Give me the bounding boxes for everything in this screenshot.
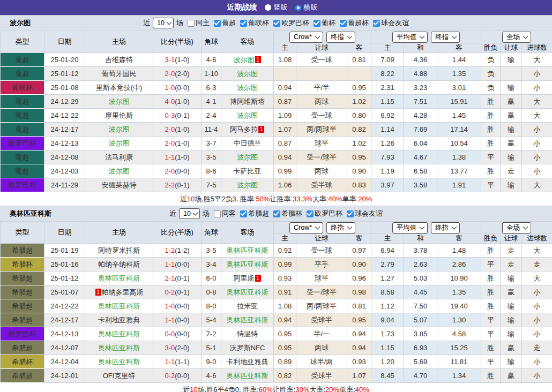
final-odds-select[interactable]: 终指 (326, 32, 355, 43)
recent-count-select[interactable]: 10 (179, 208, 200, 219)
halftime-score: (0-0) (175, 84, 189, 92)
cell-odds-away: 0.93 (347, 355, 371, 369)
cell-avg-away: 15.91 (437, 95, 481, 109)
cell-result-goals: 小 (522, 137, 552, 150)
final-odds-select-2[interactable]: 终指 (431, 222, 460, 233)
cell-avg-draw: 4.88 (404, 67, 437, 81)
cell-odds-handicap: 平/半 (296, 81, 347, 95)
cell-result-wdl: 胜 (481, 137, 501, 150)
subcol-avg-away: 客 (437, 43, 481, 53)
radio-icon-horizontal[interactable] (295, 5, 301, 11)
chevron-down-icon (315, 224, 320, 229)
cell-result-goals: 小 (522, 327, 552, 341)
cell-avg-away: 4.58 (437, 327, 481, 341)
cell-date: 24-11-29 (44, 178, 85, 192)
chevron-down-icon (420, 224, 425, 229)
league-filter-checkbox[interactable] (373, 20, 380, 27)
average-select-value: 平均值 (397, 32, 417, 42)
cell-avg-draw: 7.69 (404, 123, 437, 137)
chevron-down-icon (523, 224, 528, 229)
cell-avg-home: 1.12 (371, 299, 404, 313)
cell-avg-home: 1.20 (371, 355, 404, 369)
cell-avg-home: 1.15 (371, 341, 404, 355)
league-filter-checkbox[interactable] (307, 210, 314, 217)
cell-score: 1-0(0-0) (153, 81, 202, 95)
average-select[interactable]: 平均值 (392, 32, 428, 43)
table-row: 希腊杯24-12-04奥林匹亚科斯1-1(1-1)9-0卡利地亚雅典0.89球半… (1, 355, 552, 369)
summary-segment: 近 (183, 385, 190, 392)
cell-away-team: 特温特 (221, 327, 274, 341)
cell-league: 希腊超 (1, 341, 44, 355)
cell-avg-away: 2.86 (437, 258, 481, 272)
halftime-score: (0-1) (175, 274, 189, 282)
league-filter-label: 葡杯 (322, 18, 335, 28)
layout-radio-horizontal[interactable]: 横版 (295, 3, 318, 12)
league-filter-checkbox[interactable] (340, 20, 347, 27)
cell-league: 希腊杯 (1, 258, 44, 272)
league-filter-checkbox[interactable] (314, 20, 320, 27)
cell-score: 0-2(0-1) (153, 285, 202, 299)
cell-date: 24-12-07 (44, 341, 85, 355)
same-venue-checkbox[interactable] (214, 210, 221, 217)
check-icon (314, 19, 320, 25)
cell-date: 24-12-04 (44, 355, 85, 369)
bookmaker-select[interactable]: Crow* (289, 32, 323, 43)
cell-home-team: 安德莱赫特 (85, 178, 153, 192)
cell-result-wdl: 胜 (481, 285, 501, 299)
cell-odds-home: 0.94 (274, 313, 296, 327)
cell-avg-away: 1.35 (437, 285, 481, 299)
cell-odds-handicap: 受一/球半 (296, 285, 347, 299)
fulltime-score: 0-2 (165, 288, 175, 296)
fulltime-score: 1-1 (165, 153, 175, 161)
cell-avg-home: 2.79 (371, 258, 404, 272)
home-team-name: 波尔图 (109, 97, 130, 105)
cell-corners: 4-6 (202, 369, 221, 383)
fulltime-score: 2-0 (165, 70, 175, 78)
cell-odds-away: 0.90 (347, 164, 371, 178)
league-filter-checkbox[interactable] (214, 20, 221, 27)
league-filter-checkbox[interactable] (347, 210, 354, 217)
table-row: 葡超24-12-08法马利康1-1(1-0)3-5波尔图0.94受一/球半0.9… (1, 150, 552, 164)
cell-date: 24-12-08 (44, 150, 85, 164)
bookmaker-select[interactable]: Crow* (289, 222, 323, 233)
cell-avg-away: 1.44 (437, 53, 481, 67)
cell-away-team: 波尔图1 (221, 53, 274, 67)
match-scope-select[interactable]: 全场 (502, 32, 531, 43)
cell-odds-handicap: 受球半 (296, 313, 347, 327)
league-filter-checkbox[interactable] (273, 210, 280, 217)
cell-date: 25-01-08 (44, 81, 85, 95)
table-row: 希腊超25-01-071帕纳多里高斯0-2(0-1)0-8奥林匹亚科斯0.91受… (1, 285, 552, 299)
league-filter-label: 球会友谊 (355, 209, 383, 218)
league-filter-checkbox[interactable] (273, 20, 280, 27)
cell-score: 1-0(0-0) (153, 299, 202, 313)
cell-odds-away: 0.94 (347, 341, 371, 355)
halftime-score: (0-0) (175, 260, 189, 268)
cell-avg-home: 7.09 (371, 53, 404, 67)
cell-odds-away: 0.98 (347, 285, 371, 299)
cell-home-team: 波尔图 (85, 137, 153, 150)
home-team-name: 法马利康 (105, 153, 133, 161)
average-select[interactable]: 平均值 (392, 222, 428, 233)
summary-segment: 40% (355, 386, 369, 392)
filter-controls: 近10场同主葡超葡联杯欧罗巴杯葡杯葡超杯球会友谊 (143, 18, 409, 28)
league-filter-checkbox[interactable] (240, 210, 247, 217)
final-odds-select-2[interactable]: 终指 (431, 32, 460, 43)
final-odds-select[interactable]: 终指 (326, 222, 355, 233)
home-team-name: 波尔图 (109, 139, 130, 147)
cell-home-team: 摩里伦斯 (85, 109, 153, 123)
cell-result-wdl: 平 (481, 178, 501, 192)
cell-odds-handicap: 半/一 (296, 327, 347, 341)
league-filter-checkbox[interactable] (240, 20, 247, 27)
cell-league: 希腊超 (1, 285, 44, 299)
radio-icon-vertical[interactable] (265, 4, 271, 11)
cell-result-goals: 小 (522, 150, 552, 164)
match-scope-select[interactable]: 全场 (502, 222, 531, 233)
filter-controls: 近10场同客希腊超希腊杯欧罗巴杯球会友谊 (169, 208, 383, 219)
layout-radio-vertical[interactable]: 竖版 (265, 3, 288, 12)
same-venue-checkbox[interactable] (188, 20, 195, 27)
away-team-name: 卡利地亚雅典 (227, 358, 268, 366)
recent-count-select-value: 10 (157, 18, 165, 28)
home-team-name: 摩里伦斯 (105, 111, 133, 119)
recent-count-select[interactable]: 10 (153, 18, 174, 28)
team-filter-bar: 波尔图近10场同主葡超葡联杯欧罗巴杯葡杯葡超杯球会友谊 (0, 15, 552, 31)
